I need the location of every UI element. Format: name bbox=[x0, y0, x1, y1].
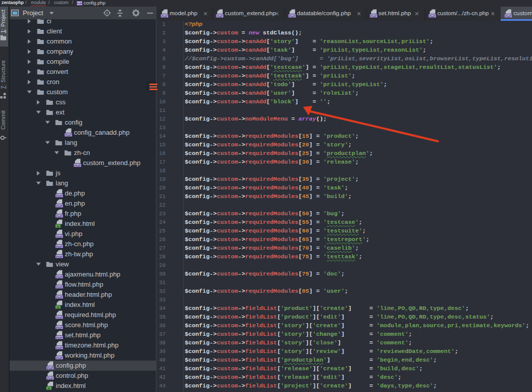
svg-text:PHP: PHP bbox=[56, 276, 62, 279]
svg-text:PHP: PHP bbox=[56, 235, 62, 238]
svg-text:PHP: PHP bbox=[505, 15, 511, 18]
svg-text:PHP: PHP bbox=[56, 336, 62, 339]
svg-text:PHP: PHP bbox=[56, 296, 62, 299]
svg-text:H: H bbox=[57, 225, 59, 228]
svg-text:PHP: PHP bbox=[56, 255, 62, 258]
svg-text:PHP: PHP bbox=[161, 15, 168, 18]
svg-text:PHP: PHP bbox=[56, 316, 62, 319]
svg-text:PHP: PHP bbox=[429, 15, 435, 18]
svg-text:PHP: PHP bbox=[56, 286, 62, 289]
svg-text:H: H bbox=[48, 387, 50, 390]
svg-text:PHP: PHP bbox=[77, 2, 83, 5]
svg-text:PHP: PHP bbox=[56, 194, 62, 198]
svg-text:PHP: PHP bbox=[65, 134, 71, 137]
svg-text:PHP: PHP bbox=[56, 245, 62, 248]
svg-text:PHP: PHP bbox=[74, 164, 80, 167]
svg-text:PHP: PHP bbox=[217, 15, 223, 18]
svg-text:PHP: PHP bbox=[56, 215, 62, 218]
svg-text:PHP: PHP bbox=[56, 205, 62, 208]
svg-text:PHP: PHP bbox=[370, 15, 376, 18]
svg-text:PHP: PHP bbox=[56, 326, 62, 329]
svg-text:PHP: PHP bbox=[47, 377, 53, 380]
svg-text:PHP: PHP bbox=[47, 367, 53, 370]
svg-text:H: H bbox=[57, 306, 59, 309]
svg-text:PHP: PHP bbox=[56, 346, 62, 349]
svg-text:PHP: PHP bbox=[289, 15, 295, 18]
svg-text:PHP: PHP bbox=[56, 357, 62, 360]
